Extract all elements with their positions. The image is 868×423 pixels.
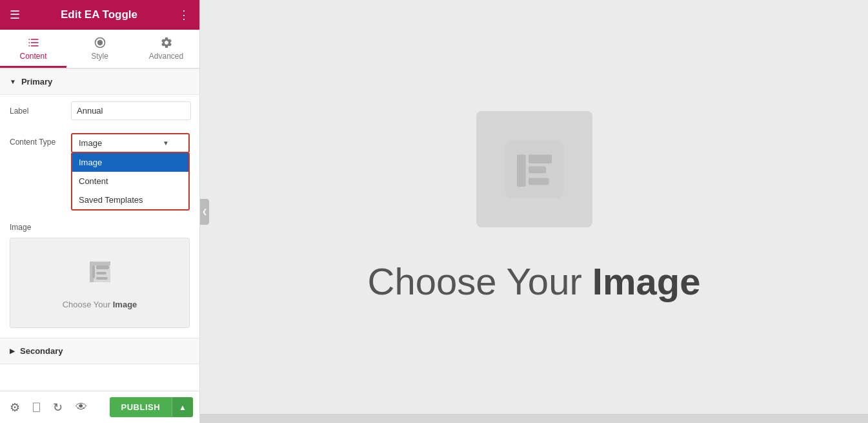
- content-tab-icon: [27, 36, 40, 49]
- sidebar-content: ▼ Primary Label Content Type Image ▼ Ima…: [0, 68, 199, 391]
- dropdown-item-content[interactable]: Content: [72, 172, 188, 191]
- svg-rect-2: [92, 265, 95, 278]
- svg-rect-8: [529, 155, 552, 164]
- publish-button[interactable]: PUBLISH: [110, 397, 172, 417]
- label-field: Label: [0, 95, 199, 127]
- image-placeholder-icon: [85, 256, 116, 293]
- monitor-icon[interactable]: ⎕: [30, 397, 43, 417]
- svg-rect-5: [96, 277, 108, 280]
- tab-advanced-label: Advanced: [149, 52, 183, 61]
- content-type-select[interactable]: Image ▼: [71, 133, 190, 153]
- tab-content[interactable]: Content: [0, 30, 66, 68]
- settings-icon[interactable]: ⚙: [6, 397, 23, 418]
- svg-rect-10: [529, 178, 549, 185]
- content-type-label: Content Type: [10, 133, 71, 147]
- image-placeholder-text: Choose Your Image: [63, 300, 137, 309]
- main-canvas: Choose Your Image: [200, 0, 868, 414]
- section-primary-label: Primary: [21, 77, 52, 87]
- section-primary-header[interactable]: ▼ Primary: [0, 68, 199, 95]
- content-type-field: Content Type Image ▼ Image Content Saved…: [0, 127, 199, 160]
- hamburger-icon[interactable]: ☰: [10, 8, 20, 22]
- publish-arrow-button[interactable]: ▲: [172, 397, 193, 417]
- tab-content-label: Content: [19, 52, 46, 61]
- sidebar-tabs: Content Style Advanced: [0, 30, 199, 68]
- content-type-select-wrapper: Image ▼ Image Content Saved Templates: [71, 133, 190, 153]
- style-tab-icon: [94, 36, 106, 49]
- secondary-chevron-icon: ▶: [10, 347, 15, 355]
- dropdown-item-saved-templates[interactable]: Saved Templates: [72, 191, 188, 209]
- main-content: ❮ Choose Your Image: [200, 0, 868, 423]
- sidebar: ☰ Edit EA Toggle ⋮ Content Style: [0, 0, 200, 423]
- sidebar-title: Edit EA Toggle: [61, 8, 137, 21]
- elementor-placeholder-icon: [476, 111, 592, 227]
- svg-rect-9: [529, 167, 546, 174]
- content-type-selected-value: Image: [79, 138, 102, 148]
- tab-style-label: Style: [91, 52, 108, 61]
- publish-btn-group: PUBLISH ▲: [110, 397, 193, 417]
- section-secondary-label: Secondary: [20, 346, 63, 356]
- select-arrow-icon: ▼: [163, 139, 169, 147]
- tab-advanced[interactable]: Advanced: [133, 30, 199, 68]
- grid-icon[interactable]: ⋮: [178, 8, 190, 22]
- elementor-logo-svg: [505, 140, 563, 198]
- image-field-label: Image: [0, 218, 199, 234]
- svg-rect-4: [96, 272, 106, 274]
- image-placeholder[interactable]: Choose Your Image: [10, 238, 190, 328]
- collapse-arrow-icon: ❮: [202, 208, 207, 215]
- choose-image-heading: Choose Your Image: [368, 260, 701, 303]
- bottom-toolbar: ⚙ ⎕ ↻ 👁 PUBLISH ▲: [0, 391, 199, 423]
- collapse-handle[interactable]: ❮: [200, 199, 209, 225]
- sidebar-header: ☰ Edit EA Toggle ⋮: [0, 0, 199, 30]
- tab-style[interactable]: Style: [66, 30, 133, 68]
- history-icon[interactable]: ↻: [50, 397, 66, 418]
- section-secondary-header[interactable]: ▶ Secondary: [0, 338, 199, 364]
- eye-icon[interactable]: 👁: [72, 397, 90, 417]
- advanced-tab-icon: [160, 36, 173, 49]
- primary-chevron-icon: ▼: [10, 78, 16, 85]
- svg-rect-7: [517, 155, 526, 187]
- svg-rect-3: [96, 265, 109, 269]
- svg-point-1: [97, 40, 102, 45]
- label-input[interactable]: [71, 101, 191, 120]
- main-scrollbar[interactable]: [200, 414, 868, 423]
- dropdown-item-image[interactable]: Image: [72, 153, 188, 172]
- content-type-dropdown: Image Content Saved Templates: [71, 153, 190, 211]
- label-field-label: Label: [10, 107, 71, 116]
